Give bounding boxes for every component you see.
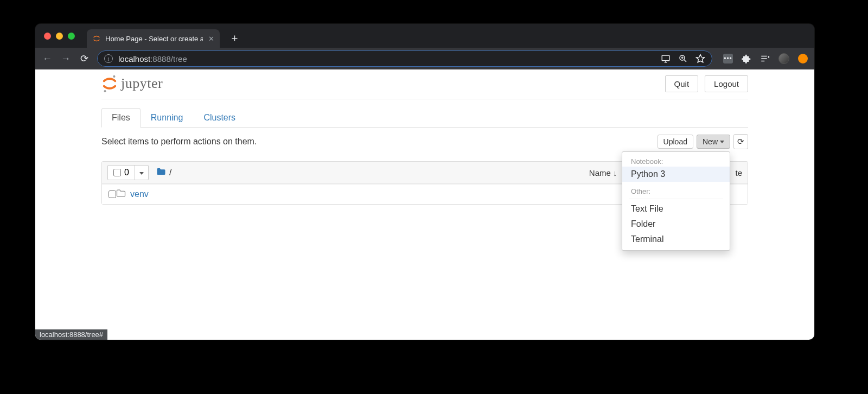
action-row: Select items to perform actions on them.… <box>101 134 748 149</box>
caret-down-icon <box>720 141 724 143</box>
update-indicator-icon[interactable] <box>798 54 808 63</box>
url-host: localhost <box>118 54 150 63</box>
new-tab-button[interactable]: ＋ <box>229 33 240 43</box>
svg-rect-0 <box>662 55 669 61</box>
select-all-control[interactable]: 0 <box>107 165 149 180</box>
folder-outline-icon <box>116 189 126 200</box>
status-tooltip: localhost:8888/tree# <box>35 329 107 340</box>
menu-divider <box>629 199 723 199</box>
row-checkbox[interactable] <box>108 190 116 198</box>
menu-item-folder[interactable]: Folder <box>622 217 730 232</box>
col-file-size-partial: te <box>735 168 742 177</box>
profile-avatar[interactable] <box>778 53 789 64</box>
logout-button[interactable]: Logout <box>705 75 748 92</box>
reload-button[interactable]: ⟳ <box>79 53 90 65</box>
new-dropdown-menu: Notebook: Python 3 Other: Text File Fold… <box>622 151 730 251</box>
menu-item-terminal[interactable]: Terminal <box>622 232 730 247</box>
menu-section-other: Other: <box>622 185 730 196</box>
refresh-button[interactable]: ⟳ <box>733 134 748 149</box>
browser-toolbar: ← → ⟳ i localhost :8888/tree ••• <box>35 48 814 69</box>
upload-button[interactable]: Upload <box>658 135 693 149</box>
arrow-down-icon: ↓ <box>613 168 617 177</box>
sort-by-name[interactable]: Name ↓ <box>589 168 617 177</box>
breadcrumb-root: / <box>169 168 171 177</box>
reading-list-icon[interactable] <box>760 54 770 63</box>
extensions-icon[interactable] <box>742 54 751 63</box>
select-all-checkbox[interactable] <box>113 169 121 176</box>
menu-item-python3[interactable]: Python 3 <box>622 167 730 182</box>
caret-down-icon <box>139 172 144 175</box>
browser-window: Home Page - Select or create a ✕ ＋ ← → ⟳… <box>35 24 814 340</box>
tab-files[interactable]: Files <box>101 108 141 128</box>
install-pwa-icon[interactable] <box>661 54 671 63</box>
hint-text: Select items to perform actions on them. <box>101 137 257 147</box>
zoom-icon[interactable] <box>678 54 688 63</box>
jupyter-favicon <box>92 34 101 43</box>
back-button[interactable]: ← <box>42 53 53 65</box>
new-button-label: New <box>703 137 718 146</box>
toolbar-right: ••• <box>723 53 808 64</box>
window-controls <box>44 33 75 40</box>
page-content: jupyter Quit Logout Files Running Cluste… <box>35 69 814 340</box>
browser-tab[interactable]: Home Page - Select or create a ✕ <box>87 29 220 48</box>
jupyter-tabs: Files Running Clusters <box>101 108 748 128</box>
site-info-icon[interactable]: i <box>104 54 113 63</box>
maximize-window-button[interactable] <box>68 33 75 40</box>
refresh-icon: ⟳ <box>737 137 744 147</box>
svg-point-2 <box>113 75 115 78</box>
bookmark-star-icon[interactable] <box>695 54 705 63</box>
new-dropdown-button[interactable]: New <box>697 135 730 149</box>
forward-button[interactable]: → <box>60 53 71 65</box>
quit-button[interactable]: Quit <box>665 75 699 92</box>
menu-section-notebook: Notebook: <box>622 155 730 167</box>
jupyter-logo-text: jupyter <box>121 75 163 92</box>
menu-item-text-file[interactable]: Text File <box>622 201 730 217</box>
tab-close-button[interactable]: ✕ <box>208 35 214 43</box>
tab-title: Home Page - Select or create a <box>105 35 203 43</box>
svg-point-3 <box>104 90 106 92</box>
url-path: :8888/tree <box>150 54 187 63</box>
jupyter-header: jupyter Quit Logout <box>101 69 748 99</box>
folder-icon <box>156 167 166 178</box>
minimize-window-button[interactable] <box>56 33 63 40</box>
address-bar[interactable]: i localhost :8888/tree <box>97 50 712 67</box>
jupyter-logo[interactable]: jupyter <box>101 73 163 94</box>
tab-strip: Home Page - Select or create a ✕ ＋ <box>35 24 814 48</box>
breadcrumb[interactable]: / <box>156 167 171 178</box>
tab-running[interactable]: Running <box>141 108 194 128</box>
selected-count: 0 <box>124 168 129 177</box>
tab-clusters[interactable]: Clusters <box>193 108 246 128</box>
close-window-button[interactable] <box>44 33 51 40</box>
row-name-link[interactable]: venv <box>130 189 149 199</box>
more-icon[interactable]: ••• <box>723 54 733 63</box>
select-dropdown-caret[interactable] <box>135 169 148 176</box>
